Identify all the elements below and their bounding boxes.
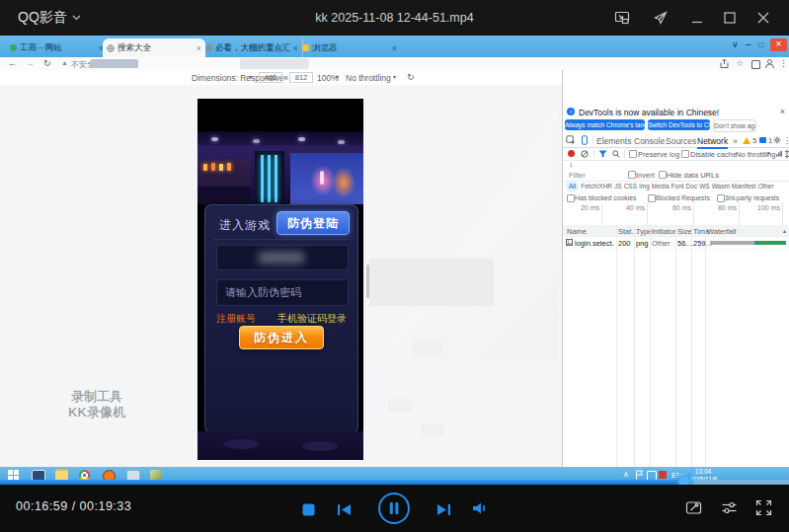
tab-favicon bbox=[302, 44, 309, 51]
inspect-element-icon[interactable] bbox=[566, 135, 576, 145]
chip-css[interactable]: CSS bbox=[624, 181, 637, 192]
devtools-panel: i DevTools is now available in Chinese! … bbox=[562, 70, 789, 502]
filter-input[interactable]: Filter bbox=[569, 171, 586, 180]
hide-data-urls-checkbox[interactable] bbox=[659, 171, 667, 179]
clear-icon[interactable] bbox=[581, 150, 589, 158]
third-party-checkbox[interactable] bbox=[717, 194, 725, 202]
switch-chinese-button[interactable]: Switch DevTools to Chinese bbox=[648, 119, 710, 130]
chip-img[interactable]: Img bbox=[639, 181, 650, 192]
device-width-input: 400 bbox=[259, 72, 282, 83]
video-browser-toolbar: ← → ↻ ▲ 不安全 ☆ ⋮ bbox=[0, 57, 789, 71]
register-link[interactable]: 注册账号 bbox=[216, 312, 256, 326]
minimize-button[interactable] bbox=[689, 10, 705, 26]
pin-button[interactable] bbox=[653, 10, 669, 26]
chip-manifest[interactable]: Manifest bbox=[732, 181, 756, 192]
account-input[interactable] bbox=[216, 245, 349, 270]
issue-count[interactable]: 1 bbox=[768, 136, 772, 145]
blocked-requests-checkbox[interactable] bbox=[648, 194, 656, 202]
tab-title: 工商···网站 bbox=[20, 42, 96, 54]
dont-show-again-button[interactable]: Don't show again bbox=[713, 119, 756, 132]
scene-background bbox=[197, 131, 363, 204]
chip-ws[interactable]: WS bbox=[699, 181, 709, 192]
record-icon[interactable] bbox=[568, 150, 575, 157]
mini-mode-button[interactable] bbox=[614, 10, 630, 26]
scene-stage bbox=[290, 153, 363, 204]
filter-icon[interactable] bbox=[598, 150, 607, 158]
match-language-button[interactable]: Always match Chrome's language bbox=[565, 119, 645, 130]
network-toolbar: Preserve log Disable cache No throttling… bbox=[563, 147, 789, 161]
chip-wasm[interactable]: Wasm bbox=[712, 181, 730, 192]
notice-close-icon[interactable]: × bbox=[780, 107, 785, 116]
preserve-log-checkbox[interactable] bbox=[629, 150, 637, 158]
col-initiator[interactable]: Initiator bbox=[652, 227, 676, 236]
divider bbox=[592, 135, 593, 145]
previous-button[interactable] bbox=[337, 502, 352, 520]
col-name[interactable]: Name bbox=[567, 227, 587, 236]
network-conditions-icon[interactable] bbox=[775, 150, 783, 158]
devtools-menu-icon[interactable]: ⋮ bbox=[783, 136, 789, 145]
tab-enter-game[interactable]: 进入游戏 bbox=[219, 217, 271, 234]
phone-login-link[interactable]: 手机验证码登录 bbox=[277, 312, 347, 326]
tab-close-icon: × bbox=[392, 43, 397, 53]
more-tabs-icon[interactable]: » bbox=[733, 136, 738, 146]
settings-sliders-icon[interactable] bbox=[721, 499, 738, 520]
scene-spotlight bbox=[253, 139, 260, 143]
video-frame[interactable]: 工商···网站 × 搜索大全 × 必看，大棚的重点汇总… × 浏览器 × ∨ –… bbox=[0, 36, 789, 484]
tick-label: 80 ms bbox=[709, 204, 737, 211]
video-browser-tabstrip: 工商···网站 × 搜索大全 × 必看，大棚的重点汇总… × 浏览器 × ∨ –… bbox=[0, 36, 789, 57]
scene-bottle-light bbox=[211, 163, 215, 171]
col-waterfall[interactable]: Waterfall bbox=[707, 227, 736, 236]
tab-console[interactable]: Console bbox=[634, 136, 665, 146]
chip-other[interactable]: Other bbox=[757, 181, 773, 192]
scene-bottom bbox=[197, 431, 363, 460]
chip-fetch-xhr[interactable]: Fetch/XHR bbox=[581, 181, 612, 192]
censored-patch bbox=[413, 340, 442, 354]
tab-elements[interactable]: Elements bbox=[596, 136, 631, 146]
password-input[interactable]: 请输入防伪密码 bbox=[216, 279, 349, 306]
login-dialog: 进入游戏 防伪登陆 请输入防伪密码 注册账号 手机验证码登录 防伪进入 bbox=[204, 204, 358, 433]
hide-data-urls-label: Hide data URLs bbox=[667, 171, 719, 180]
browser-maximize-icon: □ bbox=[758, 39, 763, 49]
info-icon: i bbox=[567, 108, 575, 115]
col-size[interactable]: Size bbox=[677, 227, 692, 236]
gridline bbox=[782, 203, 783, 225]
disable-cache-checkbox[interactable] bbox=[681, 150, 689, 158]
gear-icon[interactable] bbox=[773, 136, 781, 144]
scene-bar-left bbox=[197, 159, 251, 204]
chip-js[interactable]: JS bbox=[614, 181, 622, 192]
close-button[interactable] bbox=[755, 10, 771, 26]
request-type: png bbox=[636, 239, 649, 248]
has-blocked-cookies-label: Has blocked cookies bbox=[575, 194, 636, 201]
next-button[interactable] bbox=[436, 502, 451, 520]
chip-media[interactable]: Media bbox=[652, 181, 670, 192]
zoom-caret-icon: ▾ bbox=[336, 73, 339, 80]
fullscreen-button[interactable] bbox=[755, 499, 772, 520]
profile-avatar-icon bbox=[764, 58, 775, 69]
chip-font[interactable]: Font bbox=[671, 181, 684, 192]
password-placeholder: 请输入防伪密码 bbox=[225, 280, 301, 305]
volume-button[interactable] bbox=[472, 501, 488, 519]
tick-label: 40 ms bbox=[617, 204, 645, 211]
invert-checkbox[interactable] bbox=[628, 171, 636, 179]
tab-sources[interactable]: Sources bbox=[666, 136, 696, 146]
maximize-button[interactable] bbox=[722, 10, 738, 26]
viewport-scrollbar[interactable] bbox=[366, 265, 369, 298]
toolbox-icon[interactable] bbox=[685, 499, 702, 520]
censored-account-value bbox=[259, 252, 304, 264]
network-request-row[interactable]: login.select.a0279… 200 png Other 56… 25… bbox=[563, 237, 789, 250]
download-har-icon[interactable]: ↓ bbox=[569, 160, 573, 169]
issues-icon bbox=[759, 137, 766, 143]
chip-all[interactable]: All bbox=[566, 181, 579, 192]
warning-count[interactable]: 5 bbox=[752, 136, 756, 145]
dialog-divider bbox=[213, 239, 350, 240]
import-export-icon[interactable] bbox=[784, 150, 789, 158]
has-blocked-cookies-checkbox[interactable] bbox=[567, 194, 575, 202]
pause-button[interactable] bbox=[377, 492, 411, 529]
chip-doc[interactable]: Doc bbox=[686, 181, 698, 192]
scene-neon-stripe bbox=[261, 155, 264, 202]
search-icon[interactable] bbox=[612, 150, 620, 158]
device-toolbar-icon[interactable] bbox=[580, 135, 590, 145]
stop-button[interactable] bbox=[302, 502, 315, 520]
tab-anti-fake-login[interactable]: 防伪登陆 bbox=[276, 211, 350, 235]
anti-fake-enter-button[interactable]: 防伪进入 bbox=[239, 326, 324, 349]
